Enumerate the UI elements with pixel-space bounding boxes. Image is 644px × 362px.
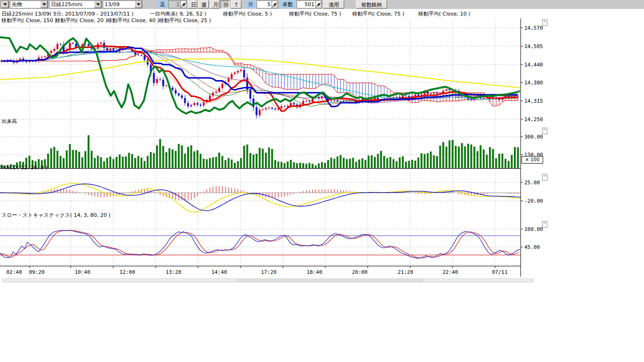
y-axis-label: 14,505	[524, 43, 543, 49]
chevron-down-icon	[134, 1, 142, 8]
y-axis-label: -20.00	[524, 198, 543, 204]
symbol-value: 日経225mini	[50, 1, 94, 8]
multi-symbol-button[interactable]: 複数銘柄	[356, 0, 387, 8]
time-axis-label: 09:20	[29, 269, 44, 275]
bar-count-stepper[interactable]: 501	[297, 0, 322, 8]
minute-value-stepper[interactable]: 5	[256, 0, 278, 8]
time-axis-label: 13:20	[165, 269, 181, 275]
chart-area: 14,57014,50514,44014,38014,31514,250300.…	[0, 9, 644, 292]
legend-title: 日経225mini 13/09( 5分, 2013/07/09 - 2013/0…	[1, 10, 133, 17]
time-axis-label: 12:00	[119, 269, 135, 275]
minute-label: 分	[246, 0, 256, 8]
y-axis-label: 300.00	[524, 134, 543, 140]
time-axis-label: 10:40	[74, 269, 90, 275]
legend-ma75: 移動平均( Close, 75 )	[289, 10, 341, 17]
panel-scale-button-3[interactable]	[543, 222, 547, 228]
legend-ma75b: 移動平均( Close, 75 )	[352, 10, 405, 17]
apply-button[interactable]: 適用	[323, 0, 344, 8]
ma-40-line	[1, 51, 518, 103]
period-button-day[interactable]: 日	[188, 0, 197, 8]
period-button-minute[interactable]: 分	[220, 0, 230, 8]
price-panel	[0, 37, 520, 119]
period-button-tick[interactable]: T	[231, 0, 241, 8]
time-axis-label: 07/11	[492, 269, 507, 275]
time-axis-label: 22:40	[442, 269, 458, 275]
spinner-icon[interactable]	[181, 0, 187, 8]
instrument-type-value: 先物	[10, 1, 40, 8]
chart-canvas[interactable]: 14,57014,50514,44014,38014,31514,250300.…	[0, 9, 552, 288]
y-axis-label: 14,570	[524, 25, 543, 31]
chevron-down-icon	[1, 1, 8, 8]
legend-ma10: 移動平均( Close, 10 )	[418, 10, 471, 17]
legend-ma150: 移動平均( Close, 150 )	[1, 17, 57, 24]
time-axis-label: 20:00	[352, 269, 367, 275]
volume-panel	[0, 135, 519, 168]
chart-application-window: 先物 日経225mini 13/09 足 1 日 週 月 分 T 分 5 本数 …	[0, 0, 644, 362]
time-axis-label: 18:40	[306, 269, 322, 275]
minute-value: 5	[256, 0, 272, 8]
legend-ichimoku: 一目均衡表( 9, 26, 52 )	[150, 10, 206, 17]
period-button-month[interactable]: 月	[210, 0, 219, 8]
legend-ma5: 移動平均( Close, 5 )	[223, 10, 272, 17]
panel-scale-button-1[interactable]	[543, 128, 547, 134]
horizontal-scrollbar[interactable]	[2, 279, 534, 282]
instrument-type-select[interactable]: 先物	[10, 0, 48, 8]
stochastics-panel	[0, 230, 520, 258]
ma-150-line	[0, 59, 520, 88]
y-axis-label: 25.00	[524, 180, 540, 186]
stoch-k-line	[0, 230, 520, 258]
bar-interval-stepper[interactable]: 1	[168, 0, 187, 8]
y-axis-label: 100.00	[524, 226, 543, 232]
period-button-week[interactable]: 週	[198, 0, 209, 8]
macd-panel	[0, 183, 520, 212]
legend-ma25: 移動平均( Close, 25 )	[159, 17, 211, 24]
contract-month-select[interactable]: 13/09	[103, 0, 142, 8]
macd-panel-label: MACD( 12, 26, 9 )	[1, 165, 48, 171]
collapsed-combo-button[interactable]	[0, 0, 9, 8]
bar-count-label: 本数	[279, 0, 296, 8]
chikou-line	[0, 37, 520, 114]
volume-panel-label: 出来高	[1, 118, 17, 125]
legend-ma40: 移動平均( Close, 40 )	[107, 17, 159, 24]
time-axis-label: 17:20	[261, 269, 276, 275]
tenkan-line	[1, 45, 518, 111]
time-axis-label: 14:40	[211, 269, 227, 275]
toolbar: 先物 日経225mini 13/09 足 1 日 週 月 分 T 分 5 本数 …	[0, 0, 644, 9]
y-axis-label: 14,440	[524, 62, 543, 68]
bar-type-label: 足	[157, 0, 168, 8]
y-axis-label: 14,380	[524, 80, 543, 86]
y-axis-label: 45.00	[524, 244, 540, 250]
legend-ma20: 移動平均( Close, 20 )	[55, 17, 107, 24]
volume-multiplier-badge: × 100	[521, 156, 543, 164]
panel-scale-button-2[interactable]	[543, 174, 547, 181]
y-axis-label: 14,250	[524, 116, 543, 123]
contract-month-value: 13/09	[103, 1, 134, 8]
spinner-icon[interactable]	[272, 0, 278, 8]
bar-interval-value: 1	[168, 0, 181, 8]
spinner-icon[interactable]	[315, 0, 322, 8]
macd-line	[0, 183, 520, 212]
panel-scale-button-0[interactable]	[543, 20, 547, 26]
chevron-down-icon	[40, 1, 48, 8]
symbol-select[interactable]: 日経225mini	[49, 0, 102, 8]
y-axis-label: 14,315	[524, 98, 543, 104]
time-axis-label: 02:40	[6, 269, 22, 275]
time-axis-label: 21:20	[397, 269, 413, 275]
stochastics-panel-label: スロー・ストキャスティクス( 14, 3, 80, 20 )	[1, 212, 110, 219]
chevron-down-icon	[94, 1, 101, 8]
bar-count-value: 501	[297, 0, 315, 8]
